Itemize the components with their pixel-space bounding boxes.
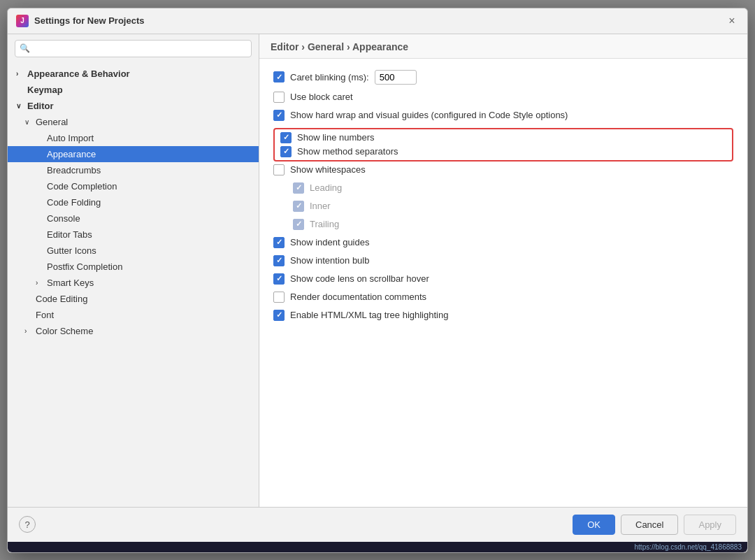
sidebar-item-font[interactable]: Font bbox=[8, 307, 259, 323]
indent-guides-checkbox[interactable] bbox=[273, 237, 285, 248]
render-docs-label: Render documentation comments bbox=[290, 292, 426, 302]
sidebar-item-appearance-behavior[interactable]: › Appearance & Behavior bbox=[8, 66, 259, 82]
hard-wrap-label: Show hard wrap and visual guides (config… bbox=[290, 110, 568, 120]
sidebar-item-general[interactable]: ∨ General bbox=[8, 114, 259, 130]
main-content: 🔍 › Appearance & Behavior Keymap ∨ Edito… bbox=[8, 34, 747, 507]
settings-dialog: J Settings for New Projects × 🔍 › Appear… bbox=[7, 8, 748, 553]
breadcrumb-part2: General bbox=[308, 41, 344, 52]
leading-row: Leading bbox=[273, 182, 733, 194]
sidebar-item-editor[interactable]: ∨ Editor bbox=[8, 98, 259, 114]
method-separators-checkbox[interactable] bbox=[280, 146, 292, 157]
caret-blinking-input[interactable] bbox=[375, 70, 417, 85]
settings-panel: Caret blinking (ms): Use block caret Sho… bbox=[259, 59, 747, 507]
arrow-icon: › bbox=[24, 327, 33, 335]
intention-bulb-row: Show intention bulb bbox=[273, 255, 733, 266]
arrow-icon: ∨ bbox=[24, 118, 33, 126]
arrow-icon: ∨ bbox=[16, 102, 24, 110]
code-lens-label: Show code lens on scrollbar hover bbox=[290, 273, 429, 284]
search-icon: 🔍 bbox=[20, 43, 30, 53]
hard-wrap-checkbox[interactable] bbox=[273, 110, 285, 121]
cancel-button[interactable]: Cancel bbox=[621, 515, 678, 535]
dialog-title: Settings for New Projects bbox=[34, 15, 144, 26]
breadcrumb: Editor › General › Appearance bbox=[259, 34, 747, 59]
trailing-label: Trailing bbox=[310, 219, 339, 229]
close-button[interactable]: × bbox=[725, 14, 739, 28]
breadcrumb-sep1: › bbox=[299, 41, 307, 52]
title-bar: J Settings for New Projects × bbox=[8, 8, 747, 34]
trailing-checkbox[interactable] bbox=[293, 219, 304, 230]
intention-bulb-label: Show intention bulb bbox=[290, 255, 369, 266]
content-area: Editor › General › Appearance Caret blin… bbox=[259, 34, 747, 507]
title-bar-left: J Settings for New Projects bbox=[16, 15, 144, 27]
intention-bulb-checkbox[interactable] bbox=[273, 255, 285, 266]
line-numbers-row: Show line numbers bbox=[280, 132, 726, 143]
sidebar-item-postfix-completion[interactable]: Postfix Completion bbox=[8, 259, 259, 275]
trailing-row: Trailing bbox=[273, 219, 733, 230]
inner-row: Inner bbox=[273, 201, 733, 212]
code-lens-row: Show code lens on scrollbar hover bbox=[273, 273, 733, 285]
html-xml-row: Enable HTML/XML tag tree highlighting bbox=[273, 310, 733, 321]
breadcrumb-sep2: › bbox=[344, 41, 352, 52]
indent-guides-row: Show indent guides bbox=[273, 237, 733, 248]
block-caret-checkbox[interactable] bbox=[273, 92, 285, 103]
help-button[interactable]: ? bbox=[19, 516, 36, 533]
sidebar-item-editor-tabs[interactable]: Editor Tabs bbox=[8, 227, 259, 243]
inner-label: Inner bbox=[310, 201, 331, 211]
footer: ? OK Cancel Apply bbox=[8, 507, 747, 542]
tree: › Appearance & Behavior Keymap ∨ Editor … bbox=[8, 63, 259, 507]
sidebar-item-breadcrumbs[interactable]: Breadcrumbs bbox=[8, 162, 259, 178]
whitespaces-row: Show whitespaces bbox=[273, 164, 733, 175]
hard-wrap-row: Show hard wrap and visual guides (config… bbox=[273, 110, 733, 121]
sidebar-item-code-folding[interactable]: Code Folding bbox=[8, 194, 259, 210]
sidebar-item-appearance[interactable]: Appearance bbox=[8, 146, 259, 162]
highlight-box: Show line numbers Show method separators bbox=[273, 128, 733, 161]
line-numbers-label: Show line numbers bbox=[297, 132, 375, 143]
render-docs-checkbox[interactable] bbox=[273, 292, 285, 303]
arrow-icon: › bbox=[36, 279, 44, 287]
url-text: https://blog.csdn.net/qq_41868883 bbox=[635, 543, 742, 551]
inner-checkbox[interactable] bbox=[293, 201, 304, 212]
sidebar-item-auto-import[interactable]: Auto Import bbox=[8, 130, 259, 146]
indent-guides-label: Show indent guides bbox=[290, 237, 369, 247]
ok-button[interactable]: OK bbox=[573, 515, 615, 535]
html-xml-checkbox[interactable] bbox=[273, 310, 285, 321]
method-separators-row: Show method separators bbox=[280, 146, 726, 157]
sidebar-item-gutter-icons[interactable]: Gutter Icons bbox=[8, 243, 259, 259]
html-xml-label: Enable HTML/XML tag tree highlighting bbox=[290, 310, 448, 320]
whitespaces-label: Show whitespaces bbox=[290, 164, 366, 175]
line-numbers-checkbox[interactable] bbox=[280, 132, 292, 143]
caret-blinking-label: Caret blinking (ms): bbox=[290, 72, 369, 82]
sidebar-item-code-editing[interactable]: Code Editing bbox=[8, 291, 259, 307]
app-icon: J bbox=[16, 15, 29, 27]
sidebar-item-color-scheme[interactable]: › Color Scheme bbox=[8, 323, 259, 339]
sidebar-item-smart-keys[interactable]: › Smart Keys bbox=[8, 275, 259, 291]
breadcrumb-part1: Editor bbox=[271, 41, 299, 52]
sidebar-item-console[interactable]: Console bbox=[8, 210, 259, 227]
block-caret-label: Use block caret bbox=[290, 92, 353, 102]
leading-label: Leading bbox=[310, 182, 342, 193]
url-bar: https://blog.csdn.net/qq_41868883 bbox=[8, 542, 747, 552]
code-lens-checkbox[interactable] bbox=[273, 273, 285, 285]
breadcrumb-part3: Appearance bbox=[352, 41, 408, 52]
apply-button[interactable]: Apply bbox=[684, 515, 736, 535]
footer-right: OK Cancel Apply bbox=[573, 515, 736, 535]
sidebar: 🔍 › Appearance & Behavior Keymap ∨ Edito… bbox=[8, 34, 259, 507]
render-docs-row: Render documentation comments bbox=[273, 292, 733, 303]
method-separators-label: Show method separators bbox=[297, 146, 398, 157]
block-caret-row: Use block caret bbox=[273, 92, 733, 103]
search-box: 🔍 bbox=[15, 40, 252, 57]
footer-left: ? bbox=[19, 516, 36, 533]
caret-blinking-row: Caret blinking (ms): bbox=[273, 70, 733, 85]
whitespaces-checkbox[interactable] bbox=[273, 164, 285, 175]
sidebar-item-code-completion[interactable]: Code Completion bbox=[8, 178, 259, 194]
caret-blinking-checkbox[interactable] bbox=[273, 71, 285, 82]
sidebar-item-keymap[interactable]: Keymap bbox=[8, 82, 259, 98]
leading-checkbox[interactable] bbox=[293, 182, 304, 194]
arrow-icon: › bbox=[16, 70, 24, 78]
search-input[interactable] bbox=[15, 40, 252, 57]
